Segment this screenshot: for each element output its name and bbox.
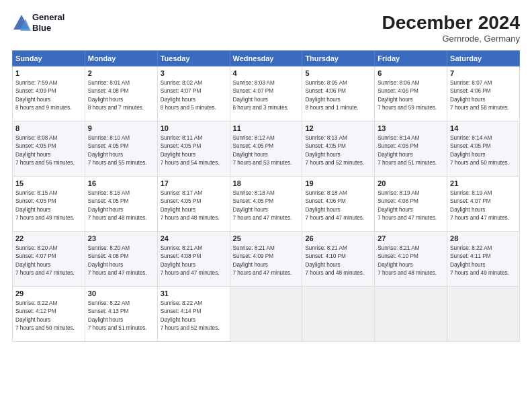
day-info: Sunrise: 8:01 AMSunset: 4:08 PMDaylight … — [88, 80, 144, 111]
day-number: 13 — [378, 124, 444, 132]
calendar-week-row: 1 Sunrise: 7:59 AMSunset: 4:09 PMDayligh… — [13, 66, 520, 122]
logo-icon — [12, 13, 31, 32]
calendar-day-cell: 31 Sunrise: 8:22 AMSunset: 4:14 PMDaylig… — [157, 287, 230, 342]
day-info: Sunrise: 8:17 AMSunset: 4:05 PMDaylight … — [161, 190, 220, 221]
day-info: Sunrise: 8:03 AMSunset: 4:07 PMDaylight … — [233, 80, 289, 111]
day-info: Sunrise: 8:18 AMSunset: 4:05 PMDaylight … — [233, 190, 292, 221]
day-info: Sunrise: 8:21 AMSunset: 4:09 PMDaylight … — [233, 245, 292, 276]
day-number: 15 — [15, 179, 82, 187]
calendar-day-cell: 6 Sunrise: 8:06 AMSunset: 4:06 PMDayligh… — [375, 66, 447, 122]
calendar-day-cell: 4 Sunrise: 8:03 AMSunset: 4:07 PMDayligh… — [230, 66, 302, 122]
calendar-day-cell: 11 Sunrise: 8:12 AMSunset: 4:05 PMDaylig… — [230, 122, 302, 177]
day-number: 18 — [233, 179, 300, 187]
day-number: 29 — [15, 289, 82, 298]
calendar-day-cell: 5 Sunrise: 8:05 AMSunset: 4:06 PMDayligh… — [302, 66, 375, 122]
day-info: Sunrise: 8:18 AMSunset: 4:06 PMDaylight … — [305, 190, 364, 221]
calendar-day-cell: 1 Sunrise: 7:59 AMSunset: 4:09 PMDayligh… — [13, 66, 85, 122]
day-info: Sunrise: 8:15 AMSunset: 4:05 PMDaylight … — [15, 190, 75, 221]
calendar-day-cell: 7 Sunrise: 8:07 AMSunset: 4:06 PMDayligh… — [447, 66, 520, 122]
day-number: 2 — [88, 69, 154, 77]
day-number: 26 — [305, 234, 371, 242]
day-info: Sunrise: 8:08 AMSunset: 4:05 PMDaylight … — [15, 135, 75, 166]
calendar-day-cell: 25 Sunrise: 8:21 AMSunset: 4:09 PMDaylig… — [230, 232, 302, 287]
day-number: 28 — [450, 234, 517, 242]
day-number: 30 — [88, 289, 154, 298]
day-info: Sunrise: 8:14 AMSunset: 4:05 PMDaylight … — [450, 135, 509, 166]
logo: General Blue — [12, 12, 64, 33]
calendar-week-row: 15 Sunrise: 8:15 AMSunset: 4:05 PMDaylig… — [13, 177, 520, 232]
calendar-day-cell — [302, 287, 375, 342]
logo-text: General Blue — [32, 12, 64, 33]
calendar-day-cell: 30 Sunrise: 8:22 AMSunset: 4:13 PMDaylig… — [85, 287, 157, 342]
day-number: 21 — [450, 179, 517, 187]
day-number: 16 — [88, 179, 154, 187]
day-number: 6 — [378, 69, 444, 77]
day-number: 22 — [15, 234, 82, 242]
day-number: 4 — [233, 69, 300, 77]
calendar-day-cell: 22 Sunrise: 8:20 AMSunset: 4:07 PMDaylig… — [13, 232, 85, 287]
day-info: Sunrise: 8:19 AMSunset: 4:06 PMDaylight … — [378, 190, 437, 221]
page: General Blue December 2024 Gernrode, Ger… — [0, 0, 532, 411]
month-title: December 2024 — [382, 12, 520, 34]
calendar-week-row: 22 Sunrise: 8:20 AMSunset: 4:07 PMDaylig… — [13, 232, 520, 287]
day-number: 17 — [161, 179, 227, 187]
day-number: 8 — [15, 124, 82, 132]
calendar-day-cell: 16 Sunrise: 8:16 AMSunset: 4:05 PMDaylig… — [85, 177, 157, 232]
day-number: 3 — [161, 69, 227, 77]
day-of-week-header: Tuesday — [157, 51, 230, 66]
day-number: 10 — [161, 124, 227, 132]
calendar-day-cell: 26 Sunrise: 8:21 AMSunset: 4:10 PMDaylig… — [302, 232, 375, 287]
day-info: Sunrise: 8:06 AMSunset: 4:06 PMDaylight … — [378, 80, 437, 111]
day-of-week-header: Saturday — [447, 51, 520, 66]
calendar-day-cell — [230, 287, 302, 342]
calendar-day-cell — [375, 287, 447, 342]
day-number: 31 — [161, 289, 227, 298]
calendar-week-row: 29 Sunrise: 8:22 AMSunset: 4:12 PMDaylig… — [13, 287, 520, 342]
day-number: 1 — [15, 69, 82, 77]
calendar-day-cell: 29 Sunrise: 8:22 AMSunset: 4:12 PMDaylig… — [13, 287, 85, 342]
day-of-week-header: Friday — [375, 51, 447, 66]
day-number: 5 — [305, 69, 371, 77]
calendar-day-cell: 18 Sunrise: 8:18 AMSunset: 4:05 PMDaylig… — [230, 177, 302, 232]
calendar-day-cell: 14 Sunrise: 8:14 AMSunset: 4:05 PMDaylig… — [447, 122, 520, 177]
calendar-day-cell: 13 Sunrise: 8:14 AMSunset: 4:05 PMDaylig… — [375, 122, 447, 177]
day-number: 24 — [161, 234, 227, 242]
calendar-week-row: 8 Sunrise: 8:08 AMSunset: 4:05 PMDayligh… — [13, 122, 520, 177]
day-info: Sunrise: 8:22 AMSunset: 4:11 PMDaylight … — [450, 245, 509, 276]
location: Gernrode, Germany — [382, 34, 520, 44]
calendar-day-cell: 3 Sunrise: 8:02 AMSunset: 4:07 PMDayligh… — [157, 66, 230, 122]
day-number: 23 — [88, 234, 154, 242]
calendar-day-cell — [447, 287, 520, 342]
day-info: Sunrise: 8:22 AMSunset: 4:12 PMDaylight … — [15, 300, 75, 331]
day-info: Sunrise: 8:19 AMSunset: 4:07 PMDaylight … — [450, 190, 509, 221]
calendar-day-cell: 23 Sunrise: 8:20 AMSunset: 4:08 PMDaylig… — [85, 232, 157, 287]
day-info: Sunrise: 8:20 AMSunset: 4:08 PMDaylight … — [88, 245, 147, 276]
day-of-week-header: Monday — [85, 51, 157, 66]
day-number: 27 — [378, 234, 444, 242]
day-number: 20 — [378, 179, 444, 187]
calendar-day-cell: 24 Sunrise: 8:21 AMSunset: 4:08 PMDaylig… — [157, 232, 230, 287]
day-info: Sunrise: 8:16 AMSunset: 4:05 PMDaylight … — [88, 190, 147, 221]
day-info: Sunrise: 8:13 AMSunset: 4:05 PMDaylight … — [305, 135, 364, 166]
calendar-day-cell: 19 Sunrise: 8:18 AMSunset: 4:06 PMDaylig… — [302, 177, 375, 232]
day-of-week-header: Wednesday — [230, 51, 302, 66]
calendar-table: SundayMondayTuesdayWednesdayThursdayFrid… — [12, 50, 520, 342]
day-info: Sunrise: 8:21 AMSunset: 4:08 PMDaylight … — [161, 245, 220, 276]
day-info: Sunrise: 8:11 AMSunset: 4:05 PMDaylight … — [161, 135, 220, 166]
calendar-day-cell: 21 Sunrise: 8:19 AMSunset: 4:07 PMDaylig… — [447, 177, 520, 232]
day-info: Sunrise: 8:10 AMSunset: 4:05 PMDaylight … — [88, 135, 147, 166]
title-block: December 2024 Gernrode, Germany — [382, 12, 520, 44]
day-number: 7 — [450, 69, 517, 77]
day-info: Sunrise: 8:20 AMSunset: 4:07 PMDaylight … — [15, 245, 75, 276]
calendar-day-cell: 8 Sunrise: 8:08 AMSunset: 4:05 PMDayligh… — [13, 122, 85, 177]
calendar-day-cell: 12 Sunrise: 8:13 AMSunset: 4:05 PMDaylig… — [302, 122, 375, 177]
day-info: Sunrise: 8:07 AMSunset: 4:06 PMDaylight … — [450, 80, 509, 111]
day-info: Sunrise: 8:21 AMSunset: 4:10 PMDaylight … — [378, 245, 437, 276]
calendar-day-cell: 15 Sunrise: 8:15 AMSunset: 4:05 PMDaylig… — [13, 177, 85, 232]
day-info: Sunrise: 8:02 AMSunset: 4:07 PMDaylight … — [161, 80, 216, 111]
day-info: Sunrise: 8:22 AMSunset: 4:13 PMDaylight … — [88, 300, 147, 331]
calendar-day-cell: 9 Sunrise: 8:10 AMSunset: 4:05 PMDayligh… — [85, 122, 157, 177]
calendar-header-row: SundayMondayTuesdayWednesdayThursdayFrid… — [13, 51, 520, 66]
day-info: Sunrise: 7:59 AMSunset: 4:09 PMDaylight … — [15, 80, 71, 111]
calendar-day-cell: 20 Sunrise: 8:19 AMSunset: 4:06 PMDaylig… — [375, 177, 447, 232]
